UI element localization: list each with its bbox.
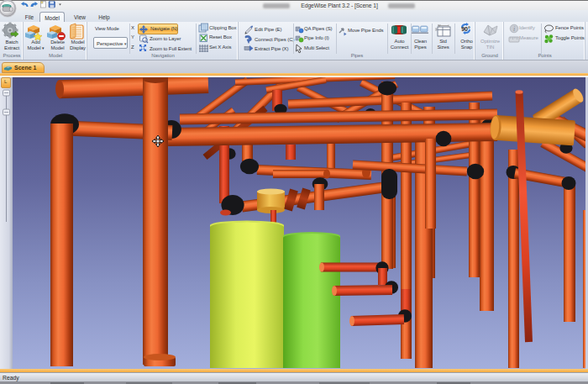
- svg-text:i: i: [513, 25, 515, 33]
- svg-text:90°: 90°: [461, 26, 470, 32]
